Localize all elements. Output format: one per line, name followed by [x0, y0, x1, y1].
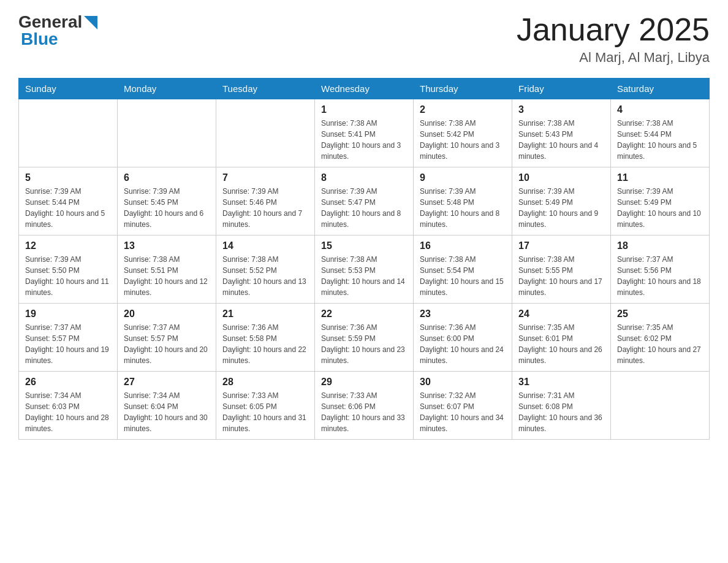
day-of-week-header: Friday — [512, 79, 611, 99]
day-info: Sunrise: 7:36 AM Sunset: 5:58 PM Dayligh… — [222, 322, 308, 366]
day-info: Sunrise: 7:38 AM Sunset: 5:55 PM Dayligh… — [518, 254, 604, 298]
day-number: 1 — [321, 104, 407, 115]
day-number: 30 — [420, 377, 506, 388]
calendar-cell: 27Sunrise: 7:34 AM Sunset: 6:04 PM Dayli… — [118, 372, 216, 440]
calendar-cell — [19, 99, 118, 167]
calendar-week-row: 26Sunrise: 7:34 AM Sunset: 6:03 PM Dayli… — [19, 372, 710, 440]
day-info: Sunrise: 7:37 AM Sunset: 5:57 PM Dayligh… — [124, 322, 210, 366]
day-info: Sunrise: 7:37 AM Sunset: 5:56 PM Dayligh… — [617, 254, 703, 298]
calendar-cell: 20Sunrise: 7:37 AM Sunset: 5:57 PM Dayli… — [118, 304, 216, 372]
day-info: Sunrise: 7:38 AM Sunset: 5:44 PM Dayligh… — [617, 118, 703, 162]
logo-arrow-icon — [84, 16, 97, 29]
day-info: Sunrise: 7:39 AM Sunset: 5:44 PM Dayligh… — [25, 186, 111, 230]
day-of-week-header: Wednesday — [315, 79, 414, 99]
day-info: Sunrise: 7:37 AM Sunset: 5:57 PM Dayligh… — [25, 322, 111, 366]
day-info: Sunrise: 7:34 AM Sunset: 6:04 PM Dayligh… — [124, 390, 210, 434]
calendar-cell: 14Sunrise: 7:38 AM Sunset: 5:52 PM Dayli… — [216, 236, 315, 304]
calendar-cell: 28Sunrise: 7:33 AM Sunset: 6:05 PM Dayli… — [216, 372, 315, 440]
day-info: Sunrise: 7:38 AM Sunset: 5:51 PM Dayligh… — [124, 254, 210, 298]
day-number: 23 — [420, 308, 506, 320]
calendar-cell: 18Sunrise: 7:37 AM Sunset: 5:56 PM Dayli… — [611, 236, 710, 304]
calendar-cell: 30Sunrise: 7:32 AM Sunset: 6:07 PM Dayli… — [414, 372, 512, 440]
calendar-cell: 1Sunrise: 7:38 AM Sunset: 5:41 PM Daylig… — [315, 99, 414, 167]
day-info: Sunrise: 7:39 AM Sunset: 5:49 PM Dayligh… — [617, 186, 703, 230]
day-info: Sunrise: 7:35 AM Sunset: 6:01 PM Dayligh… — [518, 322, 604, 366]
logo-blue-text: Blue — [21, 29, 58, 49]
day-info: Sunrise: 7:38 AM Sunset: 5:41 PM Dayligh… — [321, 118, 407, 162]
calendar-cell: 24Sunrise: 7:35 AM Sunset: 6:01 PM Dayli… — [512, 304, 611, 372]
calendar-subtitle: Al Marj, Al Marj, Libya — [517, 50, 710, 66]
day-number: 11 — [617, 172, 703, 183]
calendar-cell: 26Sunrise: 7:34 AM Sunset: 6:03 PM Dayli… — [19, 372, 118, 440]
day-info: Sunrise: 7:33 AM Sunset: 6:06 PM Dayligh… — [321, 390, 407, 434]
day-info: Sunrise: 7:32 AM Sunset: 6:07 PM Dayligh… — [420, 390, 506, 434]
day-info: Sunrise: 7:39 AM Sunset: 5:45 PM Dayligh… — [124, 186, 210, 230]
day-of-week-header: Saturday — [611, 79, 710, 99]
calendar-cell: 10Sunrise: 7:39 AM Sunset: 5:49 PM Dayli… — [512, 167, 611, 236]
calendar-week-row: 12Sunrise: 7:39 AM Sunset: 5:50 PM Dayli… — [19, 236, 710, 304]
calendar-cell: 13Sunrise: 7:38 AM Sunset: 5:51 PM Dayli… — [118, 236, 216, 304]
calendar-cell: 8Sunrise: 7:39 AM Sunset: 5:47 PM Daylig… — [315, 167, 414, 236]
calendar-header-row: SundayMondayTuesdayWednesdayThursdayFrid… — [19, 79, 710, 99]
calendar-cell: 25Sunrise: 7:35 AM Sunset: 6:02 PM Dayli… — [611, 304, 710, 372]
calendar-week-row: 19Sunrise: 7:37 AM Sunset: 5:57 PM Dayli… — [19, 304, 710, 372]
day-info: Sunrise: 7:38 AM Sunset: 5:42 PM Dayligh… — [420, 118, 506, 162]
calendar-cell: 19Sunrise: 7:37 AM Sunset: 5:57 PM Dayli… — [19, 304, 118, 372]
day-number: 14 — [222, 240, 308, 251]
calendar-week-row: 1Sunrise: 7:38 AM Sunset: 5:41 PM Daylig… — [19, 99, 710, 167]
calendar-cell: 5Sunrise: 7:39 AM Sunset: 5:44 PM Daylig… — [19, 167, 118, 236]
day-info: Sunrise: 7:39 AM Sunset: 5:49 PM Dayligh… — [518, 186, 604, 230]
day-number: 8 — [321, 172, 407, 183]
day-number: 31 — [518, 377, 604, 388]
day-info: Sunrise: 7:38 AM Sunset: 5:52 PM Dayligh… — [222, 254, 308, 298]
day-number: 15 — [321, 240, 407, 251]
day-number: 9 — [420, 172, 506, 183]
title-section: January 2025 Al Marj, Al Marj, Libya — [517, 12, 710, 66]
day-of-week-header: Tuesday — [216, 79, 315, 99]
day-number: 29 — [321, 377, 407, 388]
calendar-cell: 29Sunrise: 7:33 AM Sunset: 6:06 PM Dayli… — [315, 372, 414, 440]
day-number: 27 — [124, 377, 210, 388]
day-info: Sunrise: 7:38 AM Sunset: 5:54 PM Dayligh… — [420, 254, 506, 298]
day-number: 4 — [617, 104, 703, 115]
calendar-cell: 21Sunrise: 7:36 AM Sunset: 5:58 PM Dayli… — [216, 304, 315, 372]
day-info: Sunrise: 7:36 AM Sunset: 6:00 PM Dayligh… — [420, 322, 506, 366]
calendar-cell: 3Sunrise: 7:38 AM Sunset: 5:43 PM Daylig… — [512, 99, 611, 167]
day-number: 24 — [518, 308, 604, 320]
calendar-cell: 23Sunrise: 7:36 AM Sunset: 6:00 PM Dayli… — [414, 304, 512, 372]
day-of-week-header: Monday — [118, 79, 216, 99]
logo: General Blue — [18, 12, 97, 49]
day-number: 28 — [222, 377, 308, 388]
calendar-week-row: 5Sunrise: 7:39 AM Sunset: 5:44 PM Daylig… — [19, 167, 710, 236]
day-info: Sunrise: 7:38 AM Sunset: 5:53 PM Dayligh… — [321, 254, 407, 298]
day-number: 16 — [420, 240, 506, 251]
calendar-cell: 7Sunrise: 7:39 AM Sunset: 5:46 PM Daylig… — [216, 167, 315, 236]
calendar-cell — [611, 372, 710, 440]
calendar-cell: 16Sunrise: 7:38 AM Sunset: 5:54 PM Dayli… — [414, 236, 512, 304]
calendar-cell: 12Sunrise: 7:39 AM Sunset: 5:50 PM Dayli… — [19, 236, 118, 304]
calendar-cell — [118, 99, 216, 167]
calendar-cell — [216, 99, 315, 167]
day-number: 7 — [222, 172, 308, 183]
calendar-cell: 9Sunrise: 7:39 AM Sunset: 5:48 PM Daylig… — [414, 167, 512, 236]
day-info: Sunrise: 7:31 AM Sunset: 6:08 PM Dayligh… — [518, 390, 604, 434]
day-number: 26 — [25, 377, 111, 388]
day-number: 22 — [321, 308, 407, 320]
day-number: 5 — [25, 172, 111, 183]
page-header: General Blue January 2025 Al Marj, Al Ma… — [18, 12, 710, 66]
calendar-title: January 2025 — [517, 12, 710, 47]
day-number: 21 — [222, 308, 308, 320]
day-info: Sunrise: 7:34 AM Sunset: 6:03 PM Dayligh… — [25, 390, 111, 434]
day-number: 2 — [420, 104, 506, 115]
day-number: 3 — [518, 104, 604, 115]
day-number: 13 — [124, 240, 210, 251]
day-info: Sunrise: 7:39 AM Sunset: 5:48 PM Dayligh… — [420, 186, 506, 230]
calendar-cell: 15Sunrise: 7:38 AM Sunset: 5:53 PM Dayli… — [315, 236, 414, 304]
day-of-week-header: Sunday — [19, 79, 118, 99]
day-info: Sunrise: 7:39 AM Sunset: 5:46 PM Dayligh… — [222, 186, 308, 230]
calendar-table: SundayMondayTuesdayWednesdayThursdayFrid… — [18, 78, 710, 440]
day-number: 19 — [25, 308, 111, 320]
calendar-cell: 6Sunrise: 7:39 AM Sunset: 5:45 PM Daylig… — [118, 167, 216, 236]
svg-marker-0 — [84, 16, 97, 29]
calendar-cell: 17Sunrise: 7:38 AM Sunset: 5:55 PM Dayli… — [512, 236, 611, 304]
